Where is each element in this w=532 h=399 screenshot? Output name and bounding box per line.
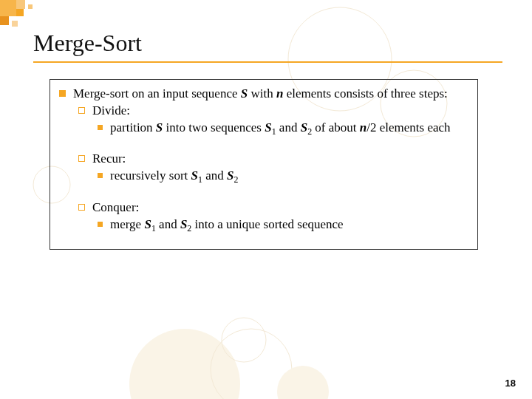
slide-title: Merge-Sort <box>33 30 510 57</box>
conquer-label: Conquer: <box>92 200 139 216</box>
recur-label-row: Recur: <box>78 151 468 168</box>
recur-label: Recur: <box>92 151 126 168</box>
conquer-label-row: Conquer: <box>78 200 468 216</box>
bullet-small-icon <box>98 125 103 130</box>
title-underline <box>33 61 502 63</box>
conquer-detail: merge S1 and S2 into a unique sorted seq… <box>110 216 344 234</box>
divide-label-row: Divide: <box>78 103 468 120</box>
slide: Merge-Sort Merge-sort on an input sequen… <box>0 0 532 399</box>
divide-detail-row: partition S into two sequences S1 and S2… <box>98 120 468 137</box>
intro-text: Merge-sort on an input sequence S with n… <box>73 86 448 103</box>
bullet-small-icon <box>98 222 103 227</box>
bullet-hollow-icon <box>78 107 85 114</box>
bullet-square-icon <box>59 90 66 97</box>
content-box: Merge-sort on an input sequence S with n… <box>50 79 478 250</box>
divide-label: Divide: <box>92 103 130 120</box>
recur-detail-row: recursively sort S1 and S2 <box>98 168 468 185</box>
conquer-detail-row: merge S1 and S2 into a unique sorted seq… <box>98 216 468 234</box>
bullet-hollow-icon <box>78 155 85 162</box>
intro-line: Merge-sort on an input sequence S with n… <box>59 86 468 103</box>
bullet-small-icon <box>98 173 103 178</box>
bullet-hollow-icon <box>78 204 85 211</box>
divide-detail: partition S into two sequences S1 and S2… <box>110 120 451 137</box>
page-number: 18 <box>505 378 516 389</box>
recur-detail: recursively sort S1 and S2 <box>110 168 238 185</box>
